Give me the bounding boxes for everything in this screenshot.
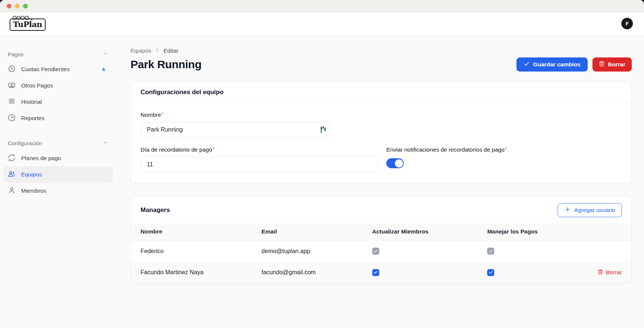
page-header-row: Park Running Guardar cambios Borrar <box>131 57 632 72</box>
pending-count-badge: 6 <box>99 65 108 74</box>
delete-manager-button[interactable]: Borrar <box>585 269 622 276</box>
column-header-manejar-pagos: Manejar los Pagos <box>487 228 585 235</box>
sidebar-item-label: Cuotas Pendientes <box>21 66 93 73</box>
manager-email: demo@tuplan.app <box>261 248 372 255</box>
sidebar-item-label: Historial <box>21 99 108 105</box>
reminder-day-field-label: Día de recordatorio de pago <box>141 146 214 153</box>
managers-card-title: Managers <box>141 206 170 214</box>
refresh-icon <box>8 154 16 163</box>
app-window: TuPlan F Pagos Cuotas Pendientes 6 <box>0 0 644 328</box>
manager-name: Facundo Martinez Naya <box>131 269 261 276</box>
app-header: TuPlan F <box>0 12 644 35</box>
delete-button-label: Borrar <box>608 61 625 68</box>
zoom-window-button[interactable] <box>23 4 28 9</box>
notepad-spiral-icon <box>12 15 33 22</box>
sidebar-section-configuracion: Configuración Planes de pago Equipos <box>3 138 113 199</box>
main-content: Equipos Editar Park Running Guardar camb… <box>113 35 644 328</box>
chevron-right-icon <box>155 47 160 54</box>
sidebar-item-label: Reportes <box>21 115 108 122</box>
breadcrumb: Equipos Editar <box>131 47 632 54</box>
sidebar-item-label: Miembros <box>21 188 108 194</box>
page-actions: Guardar cambios Borrar <box>516 57 632 72</box>
sidebar-section-pagos: Pagos Cuotas Pendientes 6 O <box>3 49 113 126</box>
history-lines-icon <box>8 97 16 107</box>
sidebar-section-label: Pagos <box>8 51 24 57</box>
managers-card: Managers Agregar usuario Nombre Email Ac… <box>131 197 632 283</box>
sidebar-item-label: Equipos <box>21 171 108 178</box>
reminder-day-field-group: Día de recordatorio de pago <box>141 146 378 172</box>
notifications-field-label: Enviar notificaciones de recordatorios d… <box>386 146 507 153</box>
team-settings-card-body: Nombre <box>131 103 631 183</box>
page-body: Pagos Cuotas Pendientes 6 O <box>0 35 644 328</box>
save-button[interactable]: Guardar cambios <box>516 57 588 72</box>
manager-email: facundo@gmail.com <box>261 269 372 276</box>
minimize-window-button[interactable] <box>15 4 20 9</box>
name-input[interactable] <box>141 122 330 138</box>
sidebar-item-reportes[interactable]: Reportes <box>3 110 113 126</box>
sidebar-item-miembros[interactable]: Miembros <box>3 183 113 199</box>
trash-icon <box>599 61 605 68</box>
sidebar-section-header-configuracion[interactable]: Configuración <box>3 138 113 150</box>
breadcrumb-equipos[interactable]: Equipos <box>131 47 151 54</box>
update-members-checkbox <box>372 248 379 255</box>
column-header-nombre: Nombre <box>131 228 261 235</box>
delete-team-button[interactable]: Borrar <box>592 57 632 72</box>
check-icon <box>524 61 530 69</box>
team-settings-card-title: Configuraciones del equipo <box>141 89 224 96</box>
toggle-knob <box>395 159 403 168</box>
window-titlebar <box>0 0 644 12</box>
sidebar: Pagos Cuotas Pendientes 6 O <box>0 35 113 328</box>
sidebar-item-cuotas-pendientes[interactable]: Cuotas Pendientes 6 <box>3 61 113 77</box>
sidebar-item-label: Otros Pagos <box>21 82 108 89</box>
trash-icon <box>598 269 603 276</box>
sidebar-section-header-pagos[interactable]: Pagos <box>3 49 113 61</box>
sidebar-item-label: Planes de pago <box>21 155 108 162</box>
manager-row-facundo: Facundo Martinez Naya facundo@gmail.com <box>131 262 631 283</box>
window-controls <box>7 4 28 9</box>
chevron-up-icon <box>103 51 108 57</box>
notifications-toggle[interactable] <box>386 158 404 168</box>
password-manager-extension-icon[interactable] <box>320 126 326 135</box>
manage-payments-checkbox <box>487 248 494 255</box>
banknote-icon <box>8 81 16 90</box>
name-field-group: Nombre <box>141 112 378 138</box>
sidebar-item-equipos[interactable]: Equipos <box>3 166 113 183</box>
column-header-email: Email <box>261 228 372 235</box>
managers-table-header: Nombre Email Actualizar Miembros Manejar… <box>131 223 631 241</box>
clock-icon <box>8 65 16 74</box>
add-user-button-label: Agregar usuario <box>574 207 615 213</box>
manager-row-federico: Federico demo@tuplan.app <box>131 241 631 262</box>
column-header-actualizar-miembros: Actualizar Miembros <box>372 228 488 235</box>
sidebar-item-planes-de-pago[interactable]: Planes de pago <box>3 150 113 166</box>
update-members-checkbox[interactable] <box>372 269 379 276</box>
sidebar-section-label: Configuración <box>8 140 42 146</box>
team-settings-card-header: Configuraciones del equipo <box>131 82 631 103</box>
tuplan-logo[interactable]: TuPlan <box>10 19 46 31</box>
sidebar-item-otros-pagos[interactable]: Otros Pagos <box>3 77 113 94</box>
sidebar-item-historial[interactable]: Historial <box>3 94 113 110</box>
plus-icon <box>564 206 571 214</box>
avatar[interactable]: F <box>621 18 633 29</box>
manage-payments-checkbox[interactable] <box>487 269 494 276</box>
user-icon <box>8 186 16 196</box>
name-field-label: Nombre <box>141 112 163 118</box>
manager-name: Federico <box>131 248 261 255</box>
page-title: Park Running <box>131 58 201 71</box>
team-settings-card: Configuraciones del equipo Nombre <box>131 82 632 184</box>
users-icon <box>8 170 16 179</box>
pie-chart-icon <box>8 114 16 123</box>
add-user-button[interactable]: Agregar usuario <box>558 203 622 217</box>
managers-card-header: Managers Agregar usuario <box>131 197 631 223</box>
notifications-field-group: Enviar notificaciones de recordatorios d… <box>386 146 622 172</box>
breadcrumb-editar: Editar <box>164 47 179 54</box>
chevron-up-icon <box>103 140 108 146</box>
delete-manager-label: Borrar <box>606 269 622 276</box>
close-window-button[interactable] <box>7 4 11 9</box>
save-button-label: Guardar cambios <box>533 61 581 68</box>
reminder-day-input[interactable] <box>141 157 378 172</box>
